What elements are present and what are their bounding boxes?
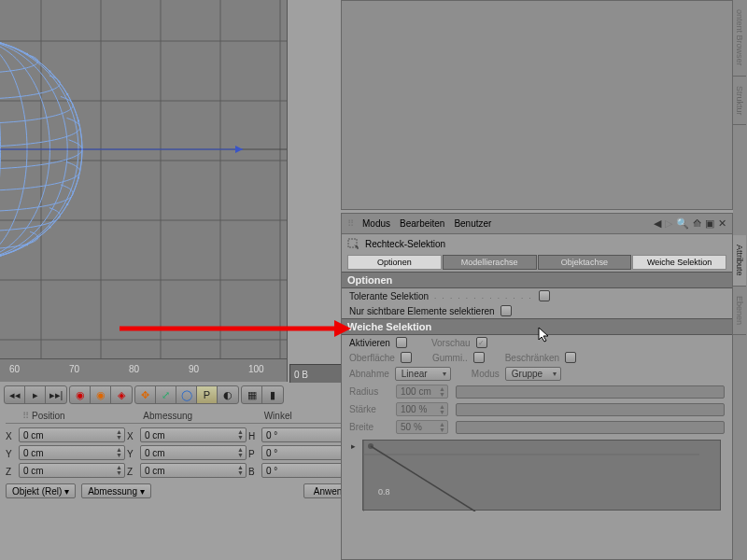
field-breite[interactable]: 50 %▲▼ bbox=[396, 420, 448, 434]
param-button[interactable]: P bbox=[197, 386, 218, 403]
slider-breite[interactable] bbox=[456, 421, 725, 434]
grip-icon: ⠿ bbox=[347, 218, 353, 229]
label-aktivieren: Aktivieren bbox=[349, 338, 390, 348]
falloff-graph[interactable]: 0.8 bbox=[362, 440, 721, 511]
coordinates-panel: ⠿Position Abmessung Winkel X0 cm▲▼X0 cm▲… bbox=[0, 409, 374, 500]
combo-abnahme[interactable]: Linear bbox=[395, 367, 451, 381]
label-abnahme: Abnahme bbox=[349, 369, 389, 379]
axis-label: Z bbox=[127, 463, 138, 480]
playback-toolbar: ◂◂ ▸ ▸▸| ◉ ◉ ◈ ✥ ⤢ ◯ P ◐ ▦ ▮ bbox=[0, 383, 374, 407]
keyframe-button[interactable]: ◈ bbox=[111, 386, 132, 403]
viewport-3d[interactable] bbox=[0, 0, 288, 359]
preview-panel bbox=[341, 0, 733, 210]
axis-label: Z bbox=[6, 463, 17, 480]
tab-optionen[interactable]: Optionen bbox=[347, 255, 442, 270]
slider-radius[interactable] bbox=[456, 385, 725, 399]
move-key-button[interactable]: ✥ bbox=[135, 386, 156, 403]
goto-start-button[interactable]: ◂◂ bbox=[5, 386, 25, 403]
svg-line-4 bbox=[371, 446, 475, 511]
rect-select-tool-icon bbox=[347, 238, 359, 250]
dim-x-input[interactable]: 0 cm▲▼ bbox=[140, 427, 247, 442]
graph-tick-label: 0.8 bbox=[378, 487, 390, 497]
dim-z-input[interactable]: 0 cm▲▼ bbox=[140, 463, 247, 478]
attribute-manager: ⠿ Modus Bearbeiten Benutzer ◀ ▷ 🔍 ⟰ ▣ ✕ … bbox=[341, 213, 733, 560]
pla-button[interactable]: ◐ bbox=[218, 386, 238, 403]
lock-icon[interactable]: ⟰ bbox=[693, 217, 701, 230]
ruler-tick: 70 bbox=[69, 364, 79, 374]
slider-staerke[interactable] bbox=[456, 403, 725, 416]
label-visible-only: Nur sichtbare Elemente selektieren bbox=[349, 306, 495, 316]
menu-bearbeiten[interactable]: Bearbeiten bbox=[400, 218, 444, 229]
axis-label: P bbox=[248, 445, 260, 462]
ruler-tick: 90 bbox=[189, 364, 199, 374]
axis-label: B bbox=[248, 463, 260, 480]
section-weiche-selektion: Weiche Selektion bbox=[342, 318, 732, 335]
ruler-tick: 60 bbox=[9, 364, 20, 374]
menu-modus[interactable]: Modus bbox=[362, 218, 390, 229]
axis-label: Y bbox=[127, 445, 138, 462]
axis-label: X bbox=[127, 427, 138, 444]
menu-benutzer[interactable]: Benutzer bbox=[454, 218, 491, 229]
viewport-canvas bbox=[0, 0, 288, 359]
sidetab-content-browser[interactable]: ontent Browser bbox=[733, 0, 746, 77]
frame-counter[interactable]: 0 B bbox=[289, 364, 345, 385]
ruler-tick: 80 bbox=[129, 364, 139, 374]
label-oberflaeche: Oberfläche bbox=[349, 353, 395, 363]
checkbox-visible-only[interactable] bbox=[500, 305, 512, 316]
coord-mode-combo[interactable]: Objekt (Rel) ▾ bbox=[6, 483, 76, 498]
checkbox-tolerant[interactable] bbox=[539, 290, 550, 301]
checkbox-beschraenken bbox=[565, 352, 576, 363]
nav-back-icon[interactable]: ◀ bbox=[654, 217, 661, 230]
tool-title: Rechteck-Selektion bbox=[365, 239, 445, 249]
pos-x-input[interactable]: 0 cm▲▼ bbox=[19, 427, 125, 442]
checkbox-vorschau: ✓ bbox=[476, 337, 487, 348]
sidetab-ebenen[interactable]: Ebenen bbox=[733, 287, 746, 335]
axis-label: X bbox=[6, 427, 17, 444]
checkbox-oberflaeche bbox=[401, 352, 412, 363]
timeline-ruler[interactable]: 60 70 80 90 100 bbox=[0, 359, 288, 382]
dimension-combo[interactable]: Abmessung ▾ bbox=[81, 483, 151, 498]
nav-fwd-icon[interactable]: ▷ bbox=[665, 217, 672, 230]
position-header: Position bbox=[32, 411, 65, 421]
label-beschraenken: Beschränken bbox=[505, 353, 559, 363]
side-tab-bar: ontent Browser Struktur Attribute Ebenen bbox=[733, 0, 747, 560]
scale-key-button[interactable]: ⤢ bbox=[156, 386, 176, 403]
search-icon[interactable]: 🔍 bbox=[676, 217, 689, 230]
label-tolerant: Tolerante Selektion bbox=[349, 291, 429, 301]
close-icon[interactable]: ✕ bbox=[718, 217, 726, 230]
sidetab-struktur[interactable]: Struktur bbox=[733, 77, 746, 126]
label-radius: Radius bbox=[349, 386, 390, 397]
label-vorschau: Vorschau bbox=[431, 338, 471, 348]
checkbox-gummi bbox=[473, 352, 485, 363]
dotted-leader: . . . . . . . . . . . . . bbox=[434, 292, 533, 301]
label-modus: Modus bbox=[472, 369, 500, 379]
goto-end-button[interactable]: ▸▸| bbox=[46, 386, 66, 403]
field-staerke[interactable]: 100 %▲▼ bbox=[396, 402, 448, 416]
grip-icon: ⠿ bbox=[22, 411, 28, 421]
sidetab-attribute[interactable]: Attribute bbox=[733, 235, 746, 287]
axis-label: H bbox=[248, 427, 260, 444]
rotate-key-button[interactable]: ◯ bbox=[176, 386, 197, 403]
tab-objektachse[interactable]: Objektachse bbox=[538, 255, 632, 270]
tab-weiche-selektion[interactable]: Weiche Selektion bbox=[632, 255, 726, 270]
angle-header: Winkel bbox=[264, 411, 292, 421]
pos-y-input[interactable]: 0 cm▲▼ bbox=[19, 445, 125, 460]
section-optionen: Optionen bbox=[342, 272, 732, 288]
label-breite: Breite bbox=[349, 422, 390, 432]
play-button[interactable]: ▸ bbox=[25, 386, 46, 403]
options-button[interactable]: ▦ bbox=[242, 386, 262, 403]
dim-y-input[interactable]: 0 cm▲▼ bbox=[140, 445, 247, 460]
label-staerke: Stärke bbox=[349, 404, 390, 414]
label-gummi: Gummi.. bbox=[432, 353, 468, 363]
graph-expand-icon[interactable]: ▸ bbox=[351, 441, 356, 451]
record-button[interactable]: ◉ bbox=[70, 386, 91, 403]
pos-z-input[interactable]: 0 cm▲▼ bbox=[19, 463, 125, 478]
tab-modellierachse[interactable]: Modellierachse bbox=[443, 255, 537, 270]
field-radius[interactable]: 100 cm▲▼ bbox=[396, 385, 448, 399]
checkbox-aktivieren[interactable] bbox=[396, 337, 407, 348]
ruler-tick: 100 bbox=[248, 364, 264, 374]
new-window-icon[interactable]: ▣ bbox=[705, 217, 714, 230]
combo-modus[interactable]: Gruppe bbox=[505, 367, 561, 381]
autokey-button[interactable]: ◉ bbox=[91, 386, 111, 403]
clapper-icon[interactable]: ▮ bbox=[262, 386, 283, 403]
